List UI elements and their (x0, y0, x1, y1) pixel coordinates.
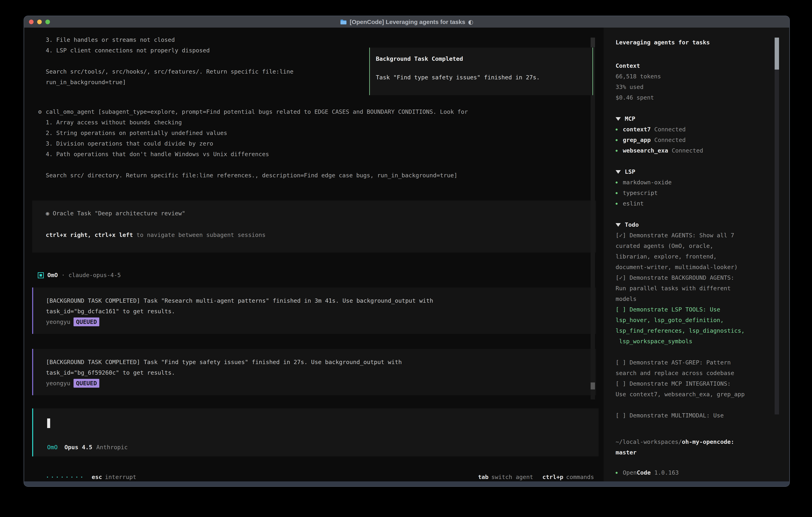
spinner-dots: ········ (46, 473, 85, 481)
window-title-text: [OpenCode] Leveraging agents for tasks (350, 19, 465, 25)
agent-session-header: OmO · claude-opus-4-5 (38, 270, 121, 280)
context-stats: 66,518 tokens 33% used $0.46 spent (616, 71, 774, 103)
todo-section-header[interactable]: Todo (616, 219, 774, 230)
titlebar[interactable]: [OpenCode] Leveraging agents for tasks ◐ (24, 16, 789, 28)
notification-toast: Background Task Completed Task "Find typ… (369, 48, 593, 95)
input-provider: Anthropic (96, 444, 128, 451)
opencode-window: [OpenCode] Leveraging agents for tasks ◐… (24, 16, 790, 487)
todo-completed-items: [✓] Demonstrate AGENTS: Show all 7 curat… (616, 230, 774, 304)
lsp-section-header[interactable]: LSP (616, 166, 774, 177)
status-dot-icon (616, 150, 617, 152)
toast-body: Task "Find type safety issues" finished … (376, 72, 592, 83)
status-dot-icon (616, 129, 617, 131)
status-badge: QUEUED (74, 379, 99, 388)
assistant-message: 3. File handles or streams not closed 4.… (46, 34, 293, 87)
todo-active-item: [ ] Demonstrate LSP TOOLS: Use lsp_hover… (616, 304, 774, 347)
lsp-item: eslint (616, 198, 774, 209)
maximize-button[interactable] (46, 20, 50, 24)
sidebar-scrollbar-thumb[interactable] (775, 37, 779, 70)
message-author: yeongyu (46, 319, 70, 325)
agent-model: claude-opus-4-5 (68, 270, 121, 280)
chevron-down-icon (616, 117, 621, 121)
version-number: 1.0.163 (655, 467, 679, 478)
workspace-path: ~/local-workspaces/oh-my-opencode: maste… (616, 437, 774, 458)
message-body: [BACKGROUND TASK COMPLETED] Task "Resear… (46, 296, 596, 317)
toast-title: Background Task Completed (376, 54, 592, 64)
path-prefix: ~/local-workspaces/ (616, 438, 682, 445)
ctrlp-key-hint: ctrl+p (543, 473, 563, 481)
mcp-heading: MCP (625, 113, 635, 124)
chat-scrollbar-top-marker[interactable] (590, 37, 595, 47)
hint-text: to navigate between subagent sessions (133, 232, 265, 238)
session-title: Leveraging agents for tasks (616, 37, 774, 48)
folder-icon (340, 19, 347, 25)
background-task-message: [BACKGROUND TASK COMPLETED] Task "Find t… (32, 349, 596, 395)
status-bar: ········escinterrupt tabswitch agentctrl… (46, 472, 594, 482)
half-moon-icon: ◐ (468, 19, 473, 25)
status-left: ········escinterrupt (46, 472, 136, 482)
message-author: yeongyu (46, 380, 70, 387)
tool-call-line: call_omo_agent [subagent_type=explore, p… (46, 108, 468, 115)
ctrlp-key-label: commands (566, 473, 594, 481)
gear-icon: ⚙ (38, 107, 41, 117)
status-dot-icon (616, 139, 617, 141)
message-body: [BACKGROUND TASK COMPLETED] Task "Find t… (46, 357, 596, 378)
chat-scrollbar-thumb[interactable] (590, 382, 595, 389)
chevron-down-icon (616, 223, 621, 227)
background-task-message: [BACKGROUND TASK COMPLETED] Task "Resear… (32, 288, 596, 334)
minimize-button[interactable] (37, 20, 42, 24)
oracle-task-panel[interactable]: ◉ Oracle Task "Deep architecture review"… (32, 200, 596, 252)
status-dot-icon (616, 192, 617, 194)
input-agent: OmO (47, 444, 58, 451)
status-dot-icon (616, 203, 617, 205)
mcp-item: websearch_exa Connected (616, 145, 774, 156)
tool-call-block: ⚙call_omo_agent [subagent_type=explore, … (46, 107, 468, 181)
context-heading: Context (616, 61, 774, 71)
separator-dot: · (61, 270, 65, 280)
mcp-item: grep_app Connected (616, 135, 774, 145)
esc-key-label: interrupt (105, 473, 136, 481)
tab-key-label: switch agent (491, 473, 533, 481)
agent-name: OmO (47, 270, 58, 280)
input-model: Opus 4.5 (64, 444, 92, 451)
todo-heading: Todo (625, 219, 639, 230)
close-button[interactable] (29, 20, 34, 24)
fisheye-icon: ◉ (46, 210, 49, 217)
todo-pending-items: [ ] Demonstrate AST-GREP: Pattern search… (616, 357, 774, 421)
status-badge: QUEUED (74, 318, 99, 326)
sidebar-scrollbar[interactable] (775, 37, 779, 414)
lsp-list: markdown-oxide typescript eslint (616, 177, 774, 209)
text-cursor (47, 418, 50, 428)
chevron-down-icon (616, 170, 621, 174)
status-right: tabswitch agentctrl+pcommands (478, 472, 594, 482)
window-title: [OpenCode] Leveraging agents for tasks ◐ (340, 19, 473, 25)
app-version: OpenCode1.0.163 (616, 467, 774, 478)
agent-square-icon (38, 272, 44, 278)
tab-key-hint: tab (478, 473, 489, 481)
prompt-input[interactable]: OmOOpus 4.5Anthropic (32, 408, 599, 456)
mcp-section-header[interactable]: MCP (616, 113, 774, 124)
lsp-heading: LSP (625, 166, 635, 177)
git-branch: master (616, 447, 774, 458)
mcp-item: context7 Connected (616, 124, 774, 135)
lsp-item: typescript (616, 188, 774, 198)
traffic-lights (29, 16, 50, 28)
hint-keys: ctrl+x right, ctrl+x left (46, 232, 133, 238)
oracle-task-title: Oracle Task "Deep architecture review" (53, 210, 185, 217)
chat-pane: 3. File handles or streams not closed 4.… (24, 28, 604, 482)
tool-call-body: 1. Array access without bounds checking … (46, 117, 468, 181)
esc-key-hint: esc (92, 473, 102, 481)
repo-name: oh-my-opencode: (682, 438, 734, 445)
sidebar: Leveraging agents for tasks Context 66,5… (604, 28, 789, 482)
status-dot-icon (616, 182, 617, 184)
status-dot-icon (616, 472, 617, 474)
lsp-item: markdown-oxide (616, 177, 774, 188)
mcp-list: context7 Connected grep_app Connected we… (616, 124, 774, 156)
window-footer (24, 482, 789, 486)
